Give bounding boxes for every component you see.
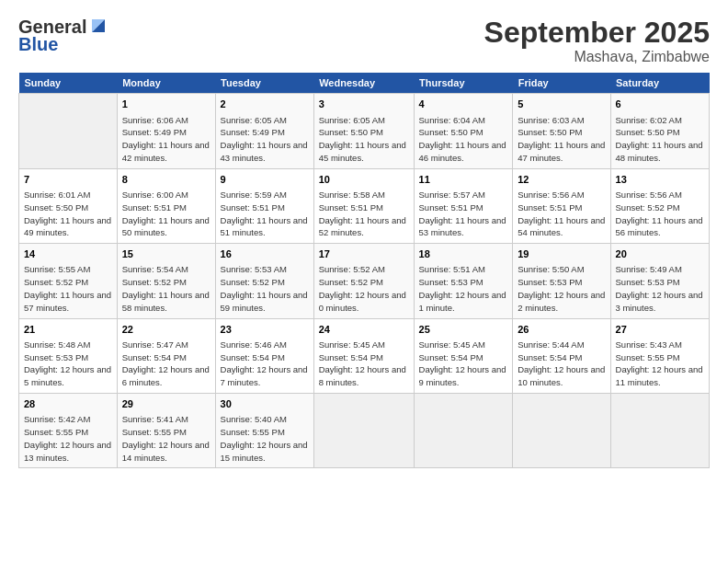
day-cell: 23Sunrise: 5:46 AMSunset: 5:54 PMDayligh… — [215, 318, 313, 393]
day-cell: 10Sunrise: 5:58 AMSunset: 5:51 PMDayligh… — [313, 168, 414, 243]
day-cell — [313, 394, 414, 468]
day-number: 11 — [419, 173, 508, 187]
month-title: September 2025 — [484, 17, 710, 49]
day-detail: Sunrise: 6:05 AMSunset: 5:49 PMDaylight:… — [221, 114, 309, 165]
day-cell: 15Sunrise: 5:54 AMSunset: 5:52 PMDayligh… — [117, 244, 215, 318]
day-number: 9 — [221, 173, 309, 187]
day-detail: Sunrise: 6:03 AMSunset: 5:50 PMDaylight:… — [518, 114, 605, 165]
day-cell: 12Sunrise: 5:56 AMSunset: 5:51 PMDayligh… — [513, 168, 610, 243]
day-number: 13 — [616, 173, 704, 187]
day-number: 25 — [419, 323, 508, 337]
day-detail: Sunrise: 6:02 AMSunset: 5:50 PMDaylight:… — [616, 114, 704, 165]
day-detail: Sunrise: 6:06 AMSunset: 5:49 PMDaylight:… — [122, 114, 210, 165]
day-cell: 19Sunrise: 5:50 AMSunset: 5:53 PMDayligh… — [513, 244, 610, 318]
page: General Blue September 2025 Mashava, Zim… — [0, 0, 728, 563]
day-number: 4 — [419, 98, 508, 111]
day-detail: Sunrise: 5:44 AMSunset: 5:54 PMDaylight:… — [518, 339, 605, 389]
day-cell: 30Sunrise: 5:40 AMSunset: 5:55 PMDayligh… — [215, 394, 313, 468]
day-cell — [19, 94, 118, 168]
day-cell: 25Sunrise: 5:45 AMSunset: 5:54 PMDayligh… — [414, 318, 513, 393]
day-cell: 29Sunrise: 5:41 AMSunset: 5:55 PMDayligh… — [117, 394, 215, 468]
day-number: 3 — [319, 98, 409, 111]
col-header-wednesday: Wednesday — [313, 73, 414, 94]
week-row-1: 1Sunrise: 6:06 AMSunset: 5:49 PMDaylight… — [19, 94, 710, 168]
day-cell — [414, 394, 513, 468]
day-cell: 16Sunrise: 5:53 AMSunset: 5:52 PMDayligh… — [215, 244, 313, 318]
day-detail: Sunrise: 5:47 AMSunset: 5:54 PMDaylight:… — [122, 339, 210, 389]
day-detail: Sunrise: 5:45 AMSunset: 5:54 PMDaylight:… — [419, 339, 508, 389]
day-number: 26 — [518, 323, 605, 337]
day-detail: Sunrise: 5:49 AMSunset: 5:53 PMDaylight:… — [616, 263, 704, 314]
day-cell: 18Sunrise: 5:51 AMSunset: 5:53 PMDayligh… — [414, 244, 513, 318]
day-detail: Sunrise: 5:56 AMSunset: 5:52 PMDaylight:… — [616, 189, 704, 239]
day-detail: Sunrise: 5:50 AMSunset: 5:53 PMDaylight:… — [518, 263, 605, 314]
col-header-friday: Friday — [513, 73, 610, 94]
day-cell: 24Sunrise: 5:45 AMSunset: 5:54 PMDayligh… — [313, 318, 414, 393]
day-cell: 14Sunrise: 5:55 AMSunset: 5:52 PMDayligh… — [19, 244, 118, 318]
day-cell: 13Sunrise: 5:56 AMSunset: 5:52 PMDayligh… — [610, 168, 709, 243]
day-detail: Sunrise: 6:01 AMSunset: 5:50 PMDaylight:… — [24, 189, 112, 239]
day-number: 30 — [221, 397, 309, 411]
week-row-2: 7Sunrise: 6:01 AMSunset: 5:50 PMDaylight… — [19, 168, 710, 243]
day-detail: Sunrise: 5:51 AMSunset: 5:53 PMDaylight:… — [419, 263, 508, 314]
day-number: 29 — [122, 397, 210, 411]
day-cell — [513, 394, 610, 468]
day-cell: 8Sunrise: 6:00 AMSunset: 5:51 PMDaylight… — [117, 168, 215, 243]
day-detail: Sunrise: 5:54 AMSunset: 5:52 PMDaylight:… — [122, 263, 210, 314]
week-row-3: 14Sunrise: 5:55 AMSunset: 5:52 PMDayligh… — [19, 244, 710, 318]
day-detail: Sunrise: 5:55 AMSunset: 5:52 PMDaylight:… — [24, 263, 112, 314]
day-number: 24 — [319, 323, 409, 337]
day-number: 28 — [24, 397, 112, 411]
day-number: 10 — [319, 173, 409, 187]
day-number: 19 — [518, 247, 605, 261]
day-cell: 4Sunrise: 6:04 AMSunset: 5:50 PMDaylight… — [414, 94, 513, 168]
day-detail: Sunrise: 5:52 AMSunset: 5:52 PMDaylight:… — [319, 263, 409, 314]
header: General Blue September 2025 Mashava, Zim… — [18, 17, 710, 65]
day-cell: 21Sunrise: 5:48 AMSunset: 5:53 PMDayligh… — [19, 318, 118, 393]
day-cell: 17Sunrise: 5:52 AMSunset: 5:52 PMDayligh… — [313, 244, 414, 318]
day-number: 20 — [616, 247, 704, 261]
day-number: 2 — [221, 98, 309, 111]
day-number: 22 — [122, 323, 210, 337]
day-number: 27 — [616, 323, 704, 337]
day-cell: 1Sunrise: 6:06 AMSunset: 5:49 PMDaylight… — [117, 94, 215, 168]
day-detail: Sunrise: 5:46 AMSunset: 5:54 PMDaylight:… — [221, 339, 309, 389]
day-cell: 6Sunrise: 6:02 AMSunset: 5:50 PMDaylight… — [610, 94, 709, 168]
col-header-thursday: Thursday — [414, 73, 513, 94]
day-number: 23 — [221, 323, 309, 337]
day-cell: 28Sunrise: 5:42 AMSunset: 5:55 PMDayligh… — [19, 394, 118, 468]
day-detail: Sunrise: 5:59 AMSunset: 5:51 PMDaylight:… — [221, 189, 309, 239]
day-cell: 26Sunrise: 5:44 AMSunset: 5:54 PMDayligh… — [513, 318, 610, 393]
day-detail: Sunrise: 5:41 AMSunset: 5:55 PMDaylight:… — [122, 413, 210, 464]
day-cell: 5Sunrise: 6:03 AMSunset: 5:50 PMDaylight… — [513, 94, 610, 168]
day-number: 15 — [122, 247, 210, 261]
day-cell: 22Sunrise: 5:47 AMSunset: 5:54 PMDayligh… — [117, 318, 215, 393]
day-number: 12 — [518, 173, 605, 187]
day-cell: 11Sunrise: 5:57 AMSunset: 5:51 PMDayligh… — [414, 168, 513, 243]
logo-blue: Blue — [18, 34, 58, 55]
day-cell: 7Sunrise: 6:01 AMSunset: 5:50 PMDaylight… — [19, 168, 118, 243]
logo: General Blue — [18, 17, 108, 55]
day-number: 18 — [419, 247, 508, 261]
day-number: 5 — [518, 98, 605, 111]
day-number: 21 — [24, 323, 112, 337]
day-cell: 2Sunrise: 6:05 AMSunset: 5:49 PMDaylight… — [215, 94, 313, 168]
col-header-saturday: Saturday — [610, 73, 709, 94]
day-detail: Sunrise: 6:04 AMSunset: 5:50 PMDaylight:… — [419, 114, 508, 165]
day-cell: 9Sunrise: 5:59 AMSunset: 5:51 PMDaylight… — [215, 168, 313, 243]
title-block: September 2025 Mashava, Zimbabwe — [484, 17, 710, 65]
day-number: 14 — [24, 247, 112, 261]
header-row: SundayMondayTuesdayWednesdayThursdayFrid… — [19, 73, 710, 94]
day-number: 8 — [122, 173, 210, 187]
col-header-monday: Monday — [117, 73, 215, 94]
day-detail: Sunrise: 5:40 AMSunset: 5:55 PMDaylight:… — [221, 413, 309, 464]
day-detail: Sunrise: 5:43 AMSunset: 5:55 PMDaylight:… — [616, 339, 704, 389]
day-number: 17 — [319, 247, 409, 261]
day-detail: Sunrise: 6:05 AMSunset: 5:50 PMDaylight:… — [319, 114, 409, 165]
day-detail: Sunrise: 5:42 AMSunset: 5:55 PMDaylight:… — [24, 413, 112, 464]
day-cell — [610, 394, 709, 468]
logo-icon — [88, 16, 108, 36]
week-row-4: 21Sunrise: 5:48 AMSunset: 5:53 PMDayligh… — [19, 318, 710, 393]
col-header-sunday: Sunday — [19, 73, 118, 94]
day-cell: 27Sunrise: 5:43 AMSunset: 5:55 PMDayligh… — [610, 318, 709, 393]
